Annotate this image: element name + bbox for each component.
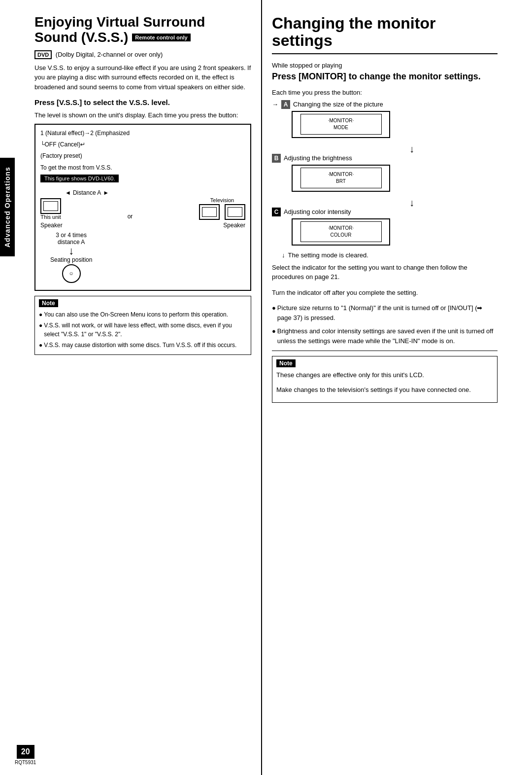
- dist-3x: 3 or 4 times distance A: [56, 232, 87, 246]
- note-item-1: ● You can also use the On-Screen Menu ic…: [39, 310, 247, 319]
- sidebar: Advanced Operations: [0, 158, 15, 256]
- arrow-down-1: ↓: [326, 144, 498, 154]
- or-text: or: [128, 213, 133, 220]
- dvd-line: DVD (Dolby Digital, 2-channel or over on…: [34, 50, 251, 59]
- screen-a: ·MONITOR· MODE: [282, 111, 498, 138]
- effect-line4: (Factory preset): [40, 151, 245, 161]
- speaker-diagram: ◄ Distance A ► This unit or: [40, 189, 245, 283]
- screen-b: ·MONITOR· BRT: [282, 165, 498, 192]
- monitor-item-c: C Adjusting color intensity ·MONITOR· CO…: [272, 208, 498, 246]
- dvd-desc: (Dolby Digital, 2-channel or over only): [56, 51, 163, 58]
- title-line1: Enjoying Virtual Surround: [34, 15, 251, 30]
- monitor-mode-2: MODE: [333, 124, 348, 131]
- page-number-area: 20 RQT5931: [15, 745, 36, 765]
- seating-label: Seating position: [50, 256, 92, 263]
- right-note-title: Note: [276, 359, 296, 367]
- remote-badge: Remote control only: [132, 34, 190, 41]
- badge-b: B: [272, 154, 281, 163]
- left-speaker-label: Speaker: [40, 222, 63, 229]
- badge-a: A: [281, 100, 290, 109]
- right-column: Changing the monitor settings While stop…: [261, 0, 512, 775]
- rqt-code: RQT5931: [15, 760, 36, 765]
- press-vss-heading: Press [V.S.S.] to select the V.S.S. leve…: [34, 98, 251, 107]
- cleared-text: The setting mode is cleared.: [288, 251, 368, 259]
- title-vss: Sound (V.S.S.): [34, 30, 128, 45]
- badge-c: C: [272, 208, 281, 216]
- effect-diagram: 1 (Natural effect)→2 (Emphasized └OFF (C…: [34, 124, 251, 291]
- main-title: Enjoying Virtual Surround Sound (V.S.S.)…: [34, 15, 251, 45]
- note-item-2: ● V.S.S. will not work, or will have les…: [39, 321, 247, 339]
- monitor-colour-1: ·MONITOR·: [328, 225, 354, 232]
- right-title: Changing the monitor settings: [272, 15, 498, 54]
- note-item-3: ● V.S.S. may cause distortion with some …: [39, 341, 247, 350]
- each-time-text: Each time you press the button:: [272, 89, 498, 96]
- label-c-text: Adjusting color intensity: [284, 208, 351, 215]
- monitor-brt-1: ·MONITOR·: [328, 171, 354, 178]
- arrow-a: →: [272, 101, 278, 108]
- effect-line1: 1 (Natural effect)→2 (Emphasized: [40, 129, 245, 138]
- left-note-box: Note ● You can also use the On-Screen Me…: [34, 296, 251, 355]
- effect-line3: └OFF (Cancel)↵: [40, 140, 245, 149]
- right-note-text1: These changes are effective only for thi…: [276, 370, 493, 380]
- label-a-text: Changing the size of the picture: [293, 101, 383, 108]
- right-speaker-label: Speaker: [223, 222, 245, 229]
- right-divider: [272, 351, 498, 351]
- label-b-text: Adjusting the brightness: [284, 154, 352, 162]
- left-column: Enjoying Virtual Surround Sound (V.S.S.)…: [15, 0, 261, 775]
- right-note-text2: Make changes to the television's setting…: [276, 385, 493, 395]
- while-text: While stopped or playing: [272, 62, 498, 69]
- select-text: Select the indicator for the setting you…: [272, 263, 498, 282]
- figure-badge: This figure shows DVD-LV60.: [40, 175, 119, 182]
- sidebar-label: Advanced Operations: [3, 167, 11, 247]
- turn-off-text: Turn the indicator off after you complet…: [272, 288, 498, 298]
- monitor-item-a: → A Changing the size of the picture ·MO…: [272, 100, 498, 138]
- page-container: Advanced Operations Enjoying Virtual Sur…: [0, 0, 532, 775]
- monitor-mode-1: ·MONITOR·: [328, 117, 354, 124]
- this-unit-label: This unit: [40, 214, 61, 220]
- get-most: To get the most from V.S.S.: [40, 163, 245, 173]
- arrow-down-2: ↓: [326, 198, 498, 208]
- distance-a-label: Distance A: [73, 189, 101, 196]
- dvd-badge: DVD: [34, 50, 52, 59]
- press-monitor-heading: Press [MONITOR] to change the monitor se…: [272, 71, 498, 82]
- level-text1: The level is shown on the unit's display…: [34, 110, 251, 120]
- intro-text: Use V.S.S. to enjoy a surround-like effe…: [34, 63, 251, 92]
- monitor-item-b: B Adjusting the brightness ·MONITOR· BRT: [272, 154, 498, 192]
- left-note-title: Note: [39, 299, 58, 307]
- bullet-1: ● Picture size returns to "1 (Normal)" i…: [272, 303, 498, 322]
- bullet-2: ● Brightness and color intensity setting…: [272, 326, 498, 346]
- monitor-colour-2: COLOUR: [331, 232, 352, 239]
- title-line2: Sound (V.S.S.) Remote control only: [34, 30, 251, 45]
- page-number: 20: [17, 745, 34, 759]
- television-label: Television: [210, 197, 234, 203]
- screen-c: ·MONITOR· COLOUR: [282, 218, 498, 246]
- monitor-brt-2: BRT: [336, 178, 346, 185]
- right-note-box: Note These changes are effective only fo…: [272, 356, 498, 403]
